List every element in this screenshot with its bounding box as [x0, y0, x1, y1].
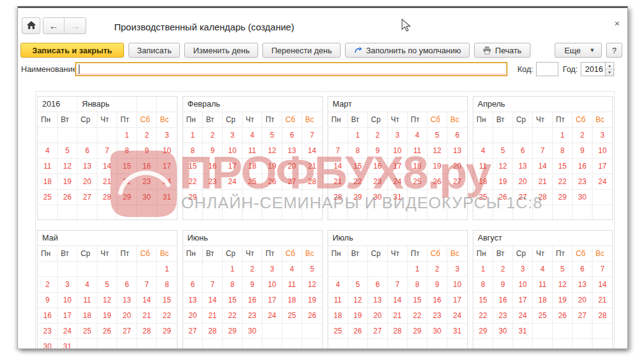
day-cell[interactable]: 21 — [302, 159, 322, 174]
day-cell[interactable]: 11 — [533, 277, 553, 293]
day-cell[interactable]: 5 — [427, 128, 447, 143]
forward-button[interactable]: → — [65, 18, 86, 33]
day-cell[interactable]: 28 — [137, 324, 157, 339]
day-cell[interactable]: 10 — [157, 143, 177, 159]
day-cell[interactable]: 24 — [447, 308, 467, 324]
day-cell[interactable]: 12 — [262, 143, 282, 159]
day-cell[interactable]: 15 — [157, 293, 177, 308]
day-cell[interactable]: 7 — [97, 143, 117, 159]
day-cell[interactable]: 26 — [97, 324, 117, 339]
day-cell[interactable]: 29 — [408, 324, 427, 339]
day-cell[interactable]: 9 — [427, 277, 447, 293]
save-and-close-button[interactable]: Записать и закрыть — [20, 43, 124, 58]
day-cell[interactable]: 18 — [282, 293, 302, 308]
day-cell[interactable]: 15 — [348, 159, 368, 174]
day-cell[interactable]: 18 — [408, 159, 427, 174]
day-cell[interactable]: 21 — [533, 174, 553, 190]
day-cell[interactable]: 14 — [302, 143, 322, 159]
day-cell[interactable]: 9 — [243, 277, 262, 293]
day-cell[interactable]: 3 — [58, 277, 78, 293]
day-cell[interactable]: 15 — [183, 159, 203, 174]
day-cell[interactable]: 5 — [58, 143, 78, 159]
day-cell[interactable]: 21 — [137, 308, 157, 324]
day-cell[interactable]: 6 — [447, 128, 467, 143]
day-cell[interactable]: 26 — [58, 190, 78, 205]
fill-default-button[interactable]: Заполнить по умолчанию — [345, 43, 470, 58]
day-cell[interactable]: 14 — [593, 277, 612, 293]
day-cell[interactable]: 14 — [97, 159, 117, 174]
day-cell[interactable]: 14 — [533, 159, 553, 174]
day-cell[interactable]: 5 — [302, 262, 322, 277]
day-cell[interactable]: 20 — [117, 308, 137, 324]
day-cell[interactable]: 3 — [223, 128, 243, 143]
print-button[interactable]: Печать — [474, 43, 530, 58]
day-cell[interactable]: 16 — [427, 293, 447, 308]
day-cell[interactable]: 17 — [593, 159, 612, 174]
day-cell[interactable]: 16 — [137, 159, 157, 174]
day-cell[interactable]: 14 — [388, 293, 408, 308]
day-cell[interactable]: 10 — [593, 143, 612, 159]
day-cell[interactable]: 3 — [447, 262, 467, 277]
day-cell[interactable]: 17 — [447, 293, 467, 308]
day-cell[interactable]: 24 — [58, 324, 78, 339]
day-cell[interactable]: 23 — [427, 308, 447, 324]
name-input[interactable] — [75, 62, 508, 76]
day-cell[interactable]: 4 — [473, 143, 493, 159]
year-input[interactable]: 2016 ▲ ▼ — [581, 62, 614, 76]
day-cell[interactable]: 16 — [573, 159, 593, 174]
day-cell[interactable]: 23 — [38, 324, 58, 339]
day-cell[interactable]: 11 — [282, 277, 302, 293]
day-cell[interactable]: 13 — [513, 159, 533, 174]
day-cell[interactable]: 9 — [38, 293, 58, 308]
day-cell[interactable]: 3 — [513, 262, 533, 277]
day-cell[interactable]: 12 — [493, 159, 513, 174]
day-cell[interactable]: 1 — [117, 128, 137, 143]
day-cell[interactable]: 28 — [328, 190, 348, 205]
day-cell[interactable]: 12 — [97, 293, 117, 308]
day-cell[interactable]: 17 — [58, 308, 78, 324]
day-cell[interactable]: 24 — [388, 174, 408, 190]
day-cell[interactable]: 17 — [388, 159, 408, 174]
day-cell[interactable]: 2 — [137, 128, 157, 143]
day-cell[interactable]: 2 — [427, 262, 447, 277]
day-cell[interactable]: 17 — [262, 293, 282, 308]
day-cell[interactable]: 25 — [243, 174, 262, 190]
day-cell[interactable]: 16 — [38, 308, 58, 324]
day-cell[interactable]: 18 — [243, 159, 262, 174]
day-cell[interactable]: 11 — [473, 159, 493, 174]
day-cell[interactable]: 22 — [117, 174, 137, 190]
day-cell[interactable]: 30 — [137, 190, 157, 205]
day-cell[interactable]: 1 — [183, 128, 203, 143]
day-cell[interactable]: 23 — [203, 174, 223, 190]
day-cell[interactable]: 20 — [368, 308, 388, 324]
code-input[interactable] — [536, 62, 558, 76]
day-cell[interactable]: 25 — [282, 308, 302, 324]
day-cell[interactable]: 29 — [223, 324, 243, 339]
day-cell[interactable]: 24 — [157, 174, 177, 190]
day-cell[interactable]: 2 — [203, 128, 223, 143]
day-cell[interactable]: 19 — [427, 159, 447, 174]
day-cell[interactable]: 27 — [573, 308, 593, 324]
day-cell[interactable]: 7 — [302, 128, 322, 143]
day-cell[interactable]: 19 — [348, 308, 368, 324]
day-cell[interactable]: 26 — [553, 308, 573, 324]
day-cell[interactable]: 16 — [203, 159, 223, 174]
day-cell[interactable]: 7 — [533, 143, 553, 159]
day-cell[interactable]: 30 — [243, 324, 262, 339]
day-cell[interactable]: 18 — [328, 308, 348, 324]
close-icon[interactable]: × — [614, 19, 620, 28]
day-cell[interactable]: 12 — [553, 277, 573, 293]
day-cell[interactable]: 18 — [533, 293, 553, 308]
day-cell[interactable]: 1 — [553, 128, 573, 143]
day-cell[interactable]: 13 — [368, 293, 388, 308]
day-cell[interactable]: 23 — [493, 308, 513, 324]
day-cell[interactable]: 31 — [388, 190, 408, 205]
day-cell[interactable]: 8 — [223, 277, 243, 293]
day-cell[interactable]: 24 — [223, 174, 243, 190]
day-cell[interactable]: 27 — [368, 324, 388, 339]
day-cell[interactable]: 6 — [573, 262, 593, 277]
day-cell[interactable]: 30 — [493, 324, 513, 339]
day-cell[interactable]: 8 — [117, 143, 137, 159]
save-button[interactable]: Записать — [128, 43, 181, 58]
day-cell[interactable]: 4 — [408, 128, 427, 143]
